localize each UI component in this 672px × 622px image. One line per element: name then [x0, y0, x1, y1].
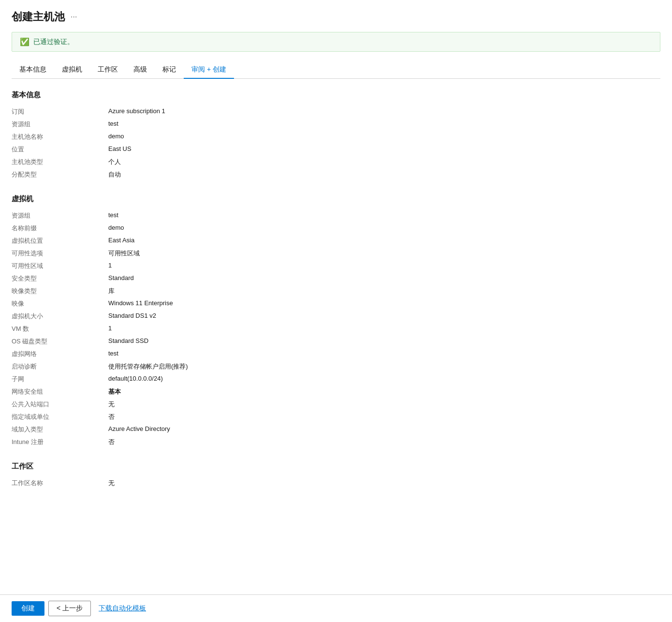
- page-header: 创建主机池 ···: [12, 10, 660, 24]
- label-vm-count: VM 数: [12, 325, 108, 333]
- label-assignment-type: 分配类型: [12, 170, 108, 179]
- row-name-prefix: 名称前缀 demo: [12, 222, 660, 235]
- label-resource-group-vm: 资源组: [12, 211, 108, 220]
- value-security-type: Standard: [108, 274, 134, 283]
- tab-tags[interactable]: 标记: [155, 61, 184, 79]
- row-intune: Intune 注册 否: [12, 436, 660, 448]
- row-availability-zone: 可用性区域 1: [12, 260, 660, 272]
- alert-message: 已通过验证。: [33, 38, 74, 46]
- row-resource-group-basics: 资源组 test: [12, 118, 660, 131]
- tab-basics[interactable]: 基本信息: [12, 61, 54, 79]
- value-subscription: Azure subscription 1: [108, 107, 165, 116]
- value-intune: 否: [108, 438, 115, 446]
- workspace-section: 工作区 工作区名称 无: [12, 462, 660, 489]
- value-os-disk-type: Standard SSD: [108, 337, 148, 346]
- prev-button[interactable]: < 上一步: [48, 601, 91, 616]
- label-image: 映像: [12, 299, 108, 308]
- more-options-icon[interactable]: ···: [71, 13, 77, 21]
- row-vm-location: 虚拟机位置 East Asia: [12, 235, 660, 247]
- row-security-type: 安全类型 Standard: [12, 272, 660, 285]
- label-availability-zone: 可用性区域: [12, 262, 108, 270]
- label-nsg: 网络安全组: [12, 387, 108, 396]
- basics-section: 基本信息 订阅 Azure subscription 1 资源组 test 主机…: [12, 90, 660, 181]
- row-public-inbound: 公共入站端口 无: [12, 398, 660, 411]
- row-availability-options: 可用性选项 可用性区域: [12, 247, 660, 260]
- download-template-button[interactable]: 下载自动化模板: [95, 601, 150, 616]
- label-pool-type: 主机池类型: [12, 158, 108, 166]
- value-boot-diagnostics: 使用托管存储帐户启用(推荐): [108, 362, 188, 371]
- basics-section-title: 基本信息: [12, 90, 660, 100]
- label-domain-ou: 指定域或单位: [12, 413, 108, 421]
- row-vm-count: VM 数 1: [12, 323, 660, 335]
- label-boot-diagnostics: 启动诊断: [12, 362, 108, 371]
- value-availability-zone: 1: [108, 262, 112, 270]
- label-vm-location: 虚拟机位置: [12, 237, 108, 245]
- value-domain-ou: 否: [108, 413, 115, 421]
- value-public-inbound: 无: [108, 400, 115, 409]
- row-vm-size: 虚拟机大小 Standard DS1 v2: [12, 310, 660, 323]
- validation-alert: ✅ 已通过验证。: [12, 32, 660, 52]
- create-button[interactable]: 创建: [12, 601, 44, 616]
- value-workspace-name: 无: [108, 479, 115, 488]
- value-vm-location: East Asia: [108, 237, 134, 245]
- label-domain-join-type: 域加入类型: [12, 425, 108, 434]
- row-pool-type: 主机池类型 个人: [12, 156, 660, 168]
- label-subscription: 订阅: [12, 107, 108, 116]
- row-domain-ou: 指定域或单位 否: [12, 411, 660, 423]
- label-availability-options: 可用性选项: [12, 249, 108, 258]
- vm-section-title: 虚拟机: [12, 194, 660, 204]
- value-availability-options: 可用性区域: [108, 249, 140, 258]
- success-icon: ✅: [20, 37, 29, 46]
- value-subnet: default(10.0.0.0/24): [108, 375, 163, 384]
- value-resource-group-vm: test: [108, 211, 118, 220]
- label-os-disk-type: OS 磁盘类型: [12, 337, 108, 346]
- value-pool-name: demo: [108, 133, 124, 141]
- label-vnet: 虚拟网络: [12, 350, 108, 358]
- value-nsg: 基本: [108, 387, 121, 396]
- page-title: 创建主机池: [12, 10, 65, 24]
- workspace-section-title: 工作区: [12, 462, 660, 471]
- value-resource-group-basics: test: [108, 120, 118, 129]
- row-workspace-name: 工作区名称 无: [12, 477, 660, 489]
- tab-workspace[interactable]: 工作区: [90, 61, 126, 79]
- tab-advanced[interactable]: 高级: [126, 61, 155, 79]
- label-subnet: 子网: [12, 375, 108, 384]
- label-intune: Intune 注册: [12, 438, 108, 446]
- row-nsg: 网络安全组 基本: [12, 385, 660, 398]
- row-subscription: 订阅 Azure subscription 1: [12, 105, 660, 118]
- label-security-type: 安全类型: [12, 274, 108, 283]
- value-vm-count: 1: [108, 325, 112, 333]
- row-assignment-type: 分配类型 自动: [12, 168, 660, 181]
- value-domain-join-type: Azure Active Directory: [108, 425, 170, 434]
- row-image-type: 映像类型 库: [12, 285, 660, 297]
- label-workspace-name: 工作区名称: [12, 479, 108, 488]
- row-image: 映像 Windows 11 Enterprise: [12, 297, 660, 310]
- label-name-prefix: 名称前缀: [12, 224, 108, 233]
- value-pool-type: 个人: [108, 158, 121, 166]
- row-vnet: 虚拟网络 test: [12, 348, 660, 360]
- tab-vm[interactable]: 虚拟机: [54, 61, 90, 79]
- value-vnet: test: [108, 350, 118, 358]
- row-subnet: 子网 default(10.0.0.0/24): [12, 373, 660, 385]
- row-domain-join-type: 域加入类型 Azure Active Directory: [12, 423, 660, 436]
- row-boot-diagnostics: 启动诊断 使用托管存储帐户启用(推荐): [12, 360, 660, 373]
- footer: 创建 < 上一步 下载自动化模板: [0, 594, 672, 622]
- tab-bar: 基本信息 虚拟机 工作区 高级 标记 审阅 + 创建: [12, 61, 660, 79]
- tab-review-create[interactable]: 审阅 + 创建: [184, 61, 234, 79]
- row-pool-name: 主机池名称 demo: [12, 131, 660, 143]
- label-resource-group-basics: 资源组: [12, 120, 108, 129]
- label-vm-size: 虚拟机大小: [12, 312, 108, 321]
- value-name-prefix: demo: [108, 224, 124, 233]
- value-image: Windows 11 Enterprise: [108, 299, 173, 308]
- value-image-type: 库: [108, 287, 115, 296]
- label-location: 位置: [12, 145, 108, 154]
- value-assignment-type: 自动: [108, 170, 121, 179]
- label-public-inbound: 公共入站端口: [12, 400, 108, 409]
- label-image-type: 映像类型: [12, 287, 108, 296]
- value-location: East US: [108, 145, 131, 154]
- row-resource-group-vm: 资源组 test: [12, 209, 660, 222]
- label-pool-name: 主机池名称: [12, 133, 108, 141]
- row-location: 位置 East US: [12, 143, 660, 156]
- row-os-disk-type: OS 磁盘类型 Standard SSD: [12, 335, 660, 348]
- vm-section: 虚拟机 资源组 test 名称前缀 demo 虚拟机位置 East Asia 可…: [12, 194, 660, 448]
